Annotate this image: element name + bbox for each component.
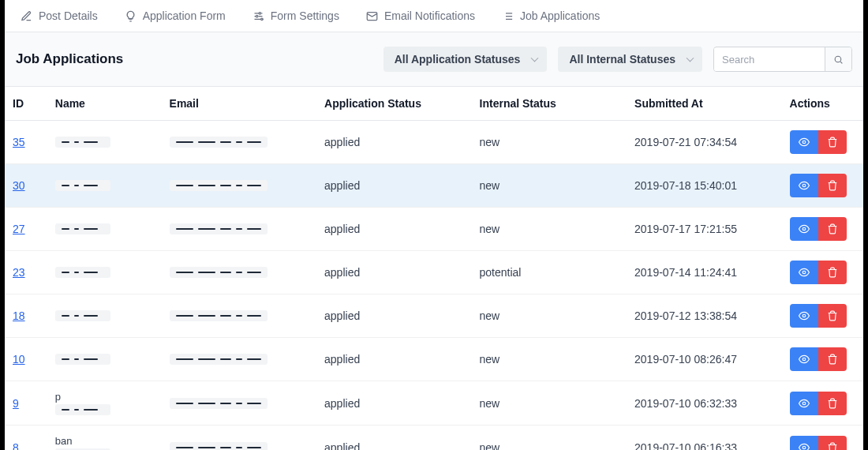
redacted-email xyxy=(170,223,268,234)
search-button[interactable] xyxy=(825,47,851,71)
view-button[interactable] xyxy=(790,347,818,371)
pencil-icon xyxy=(21,10,32,22)
trash-icon xyxy=(827,354,838,365)
col-name: Name xyxy=(47,87,162,121)
svg-point-8 xyxy=(803,271,806,274)
trash-icon xyxy=(827,442,838,451)
list-icon xyxy=(502,10,514,22)
tab-post-details[interactable]: Post Details xyxy=(21,9,98,22)
row-id-link[interactable]: 27 xyxy=(13,223,25,235)
cell-submitted: 2019-07-18 15:40:01 xyxy=(627,164,782,208)
cell-app-status: applied xyxy=(316,164,472,208)
sliders-icon xyxy=(253,10,264,22)
delete-button[interactable] xyxy=(818,261,847,284)
applications-table: ID Name Email Application Status Interna… xyxy=(5,87,863,450)
redacted-email xyxy=(170,442,268,451)
cell-int-status: new xyxy=(472,208,627,251)
cell-int-status: new xyxy=(472,338,627,381)
table-row: 9pappliednew2019-07-10 06:32:33 xyxy=(5,381,863,426)
svg-point-7 xyxy=(803,227,806,231)
trash-icon xyxy=(827,267,838,278)
bulb-icon xyxy=(125,10,137,22)
row-id-link[interactable]: 35 xyxy=(13,136,25,148)
svg-point-5 xyxy=(803,141,806,144)
cell-app-status: applied xyxy=(316,381,472,426)
row-id-link[interactable]: 9 xyxy=(13,397,19,410)
cell-submitted: 2019-07-10 06:32:33 xyxy=(627,381,782,426)
tab-email-notifications[interactable]: Email Notifications xyxy=(366,9,475,22)
cell-submitted: 2019-07-17 17:21:55 xyxy=(627,208,782,251)
table-row: 30appliednew2019-07-18 15:40:01 xyxy=(5,164,863,208)
row-id-link[interactable]: 8 xyxy=(13,441,19,451)
tab-application-form[interactable]: Application Form xyxy=(125,9,226,22)
delete-button[interactable] xyxy=(818,436,847,451)
cell-submitted: 2019-07-10 06:16:33 xyxy=(627,426,782,451)
tab-form-settings[interactable]: Form Settings xyxy=(253,9,339,22)
view-button[interactable] xyxy=(790,217,818,241)
col-email: Email xyxy=(162,87,317,121)
search-input[interactable] xyxy=(714,48,825,71)
view-button[interactable] xyxy=(790,436,818,451)
eye-icon xyxy=(799,442,810,451)
table-row: 23appliedpotential2019-07-14 11:24:41 xyxy=(5,251,863,294)
view-button[interactable] xyxy=(790,174,818,197)
cell-app-status: applied xyxy=(316,121,472,164)
row-id-link[interactable]: 18 xyxy=(13,309,25,322)
eye-icon xyxy=(799,223,810,234)
col-id: ID xyxy=(5,87,47,121)
tab-bar: Post Details Application Form Form Setti… xyxy=(5,0,863,32)
trash-icon xyxy=(827,398,838,409)
table-row: 18appliednew2019-07-12 13:38:54 xyxy=(5,294,863,338)
header-bar: Job Applications All Application Statuse… xyxy=(5,32,863,87)
view-button[interactable] xyxy=(790,304,818,328)
svg-point-10 xyxy=(803,358,806,361)
view-button[interactable] xyxy=(790,392,818,415)
tab-job-applications[interactable]: Job Applications xyxy=(502,9,600,22)
table-row: 8banappliednew2019-07-10 06:16:33 xyxy=(5,426,863,451)
cell-submitted: 2019-07-12 13:38:54 xyxy=(627,294,782,338)
table-row: 27appliednew2019-07-17 17:21:55 xyxy=(5,208,863,251)
cell-int-status: new xyxy=(472,381,627,426)
redacted-name xyxy=(55,180,110,191)
delete-button[interactable] xyxy=(818,130,847,154)
filter-application-status[interactable]: All Application Statuses xyxy=(383,47,548,72)
redacted-email xyxy=(170,137,268,148)
svg-point-2 xyxy=(260,18,263,21)
svg-point-4 xyxy=(835,56,841,62)
delete-button[interactable] xyxy=(818,347,847,371)
redacted-name xyxy=(55,404,110,415)
cell-int-status: new xyxy=(472,294,627,338)
redacted-email xyxy=(170,180,268,191)
delete-button[interactable] xyxy=(818,174,847,197)
trash-icon xyxy=(827,137,838,148)
search-icon xyxy=(833,54,844,65)
redacted-email xyxy=(170,310,268,321)
svg-point-0 xyxy=(259,12,261,14)
delete-button[interactable] xyxy=(818,304,847,328)
search-wrap xyxy=(713,47,852,72)
delete-button[interactable] xyxy=(818,392,847,415)
cell-int-status: new xyxy=(472,426,627,451)
table-row: 10appliednew2019-07-10 08:26:47 xyxy=(5,338,863,381)
redacted-name xyxy=(55,354,110,365)
trash-icon xyxy=(827,180,838,191)
redacted-name xyxy=(55,223,110,234)
cell-app-status: applied xyxy=(316,294,472,338)
view-button[interactable] xyxy=(790,261,818,284)
filter-internal-status[interactable]: All Internal Statuses xyxy=(558,47,702,72)
cell-app-status: applied xyxy=(316,338,472,381)
svg-point-12 xyxy=(803,446,806,449)
row-id-link[interactable]: 30 xyxy=(13,179,25,192)
cell-submitted: 2019-07-14 11:24:41 xyxy=(627,251,782,294)
svg-point-11 xyxy=(803,402,806,405)
name-extra: ban xyxy=(55,435,154,447)
delete-button[interactable] xyxy=(818,217,847,241)
cell-app-status: applied xyxy=(316,208,472,251)
svg-point-9 xyxy=(803,314,806,317)
tab-label: Email Notifications xyxy=(384,9,475,22)
cell-submitted: 2019-07-10 08:26:47 xyxy=(627,338,782,381)
row-id-link[interactable]: 10 xyxy=(13,353,25,366)
row-id-link[interactable]: 23 xyxy=(13,266,25,279)
redacted-email xyxy=(170,354,268,365)
view-button[interactable] xyxy=(790,130,818,154)
